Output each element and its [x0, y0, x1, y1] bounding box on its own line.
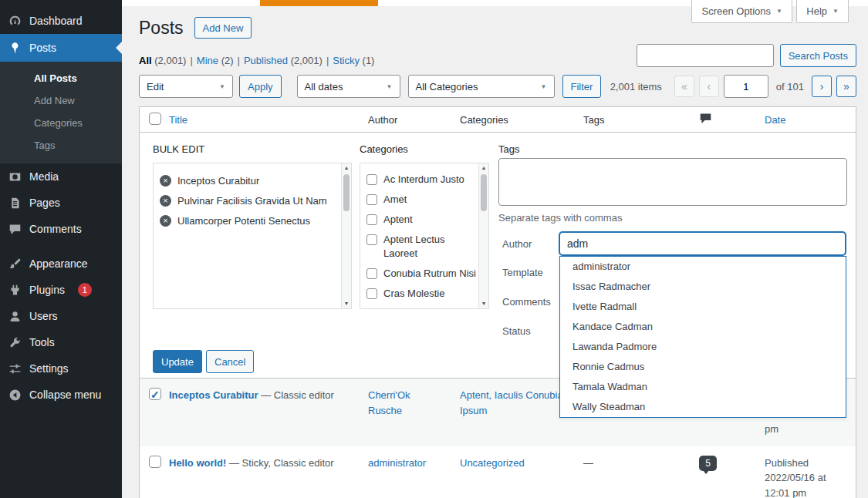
author-suggestion[interactable]: Ronnie Cadmus — [560, 357, 846, 377]
bulk-edit-legend: BULK EDIT — [153, 143, 204, 155]
check-icon: ✓ — [150, 387, 160, 403]
update-button[interactable]: Update — [153, 350, 202, 373]
bulk-categories-label: Categories — [360, 143, 408, 155]
sidebar-item-plugins[interactable]: Plugins 1 — [0, 277, 122, 303]
search-input[interactable] — [637, 44, 774, 67]
column-comments[interactable] — [699, 112, 761, 127]
category-checkbox[interactable] — [366, 288, 377, 299]
scrollbar-thumb[interactable] — [343, 174, 350, 211]
selected-post-item: × Ullamcorper Potenti Senectus — [154, 211, 340, 231]
scroll-down-icon[interactable]: ▼ — [479, 299, 488, 308]
column-title[interactable]: Title — [169, 114, 368, 126]
author-autocomplete-input[interactable] — [559, 232, 846, 255]
author-suggestion[interactable]: Lawanda Padmore — [560, 337, 846, 357]
scrollbar-thumb[interactable] — [481, 174, 487, 211]
comment-count-bubble[interactable]: 5 — [699, 456, 717, 471]
template-label: Template — [502, 267, 543, 278]
wrench-icon — [8, 335, 22, 349]
separator: | — [190, 55, 192, 66]
remove-post-icon[interactable]: × — [160, 195, 171, 207]
tags-hint: Separate tags with commas — [498, 212, 622, 224]
post-title-link[interactable]: Inceptos Curabitur — [169, 389, 258, 401]
tags-cell: — — [583, 456, 699, 471]
categories-link[interactable]: Aptent, Iaculis Conubia Ipsum — [460, 389, 563, 416]
column-tags: Tags — [583, 114, 699, 126]
author-suggestion[interactable]: Ivette Radmall — [560, 297, 846, 317]
admin-sidebar: Dashboard Posts All Posts Add New Catego… — [0, 0, 122, 498]
remove-post-icon[interactable]: × — [160, 175, 171, 187]
author-link[interactable]: Cherri'Ok Rusche — [368, 389, 410, 416]
scroll-up-icon[interactable]: ▲ — [342, 163, 351, 173]
view-all-link[interactable]: All (2,001) — [139, 55, 186, 66]
sidebar-item-users[interactable]: Users — [0, 303, 122, 329]
dates-filter-select[interactable]: All dates▼ — [297, 75, 400, 98]
category-checkbox[interactable] — [366, 214, 377, 225]
scrollbar[interactable]: ▲ ▼ — [341, 163, 351, 308]
scroll-up-icon[interactable]: ▲ — [479, 163, 488, 173]
selected-post-title: Ullamcorper Potenti Senectus — [177, 215, 310, 227]
author-link[interactable]: administrator — [368, 457, 426, 469]
submenu-tags[interactable]: Tags — [0, 134, 122, 156]
category-checkbox[interactable] — [366, 234, 377, 245]
row-checkbox[interactable]: ✓ — [149, 388, 161, 400]
column-date[interactable]: Date — [761, 114, 856, 126]
post-title-link[interactable]: Hello world! — [169, 457, 226, 469]
main-content: Screen Options ▼ Help ▼ Posts Add New Al… — [122, 0, 868, 498]
view-published-link[interactable]: Published (2,001) — [244, 55, 323, 66]
category-option: Amet — [360, 190, 478, 210]
bulk-action-select[interactable]: Edit▼ — [139, 75, 233, 98]
selected-post-title: Inceptos Curabitur — [177, 175, 259, 187]
sidebar-item-settings[interactable]: Settings — [0, 355, 122, 382]
sidebar-item-comments[interactable]: Comments — [0, 216, 122, 242]
category-checkbox[interactable] — [366, 194, 377, 205]
author-suggestion[interactable]: Issac Radmacher — [560, 277, 846, 297]
view-sticky-link[interactable]: Sticky (1) — [333, 55, 374, 66]
sidebar-item-pages[interactable]: Pages — [0, 190, 122, 216]
submenu-add-new[interactable]: Add New — [0, 89, 122, 112]
plugin-icon — [8, 283, 22, 297]
post-title-suffix: — Classic editor — [258, 389, 334, 401]
category-filter-select[interactable]: All Categories▼ — [408, 75, 555, 98]
sidebar-item-tools[interactable]: Tools — [0, 329, 122, 355]
tags-textarea[interactable] — [498, 158, 847, 206]
submenu-categories[interactable]: Categories — [0, 112, 122, 134]
current-page-input[interactable] — [724, 75, 768, 98]
select-all-checkbox[interactable] — [149, 113, 161, 125]
submenu-all-posts[interactable]: All Posts — [0, 67, 122, 89]
brush-icon — [8, 257, 22, 271]
column-author: Author — [368, 114, 460, 126]
sidebar-item-media[interactable]: Media — [0, 163, 122, 190]
category-label: Aptent Lectus Laoreet — [383, 233, 478, 261]
dashboard-icon — [8, 14, 22, 28]
filter-button[interactable]: Filter — [562, 75, 602, 98]
sidebar-item-label: Users — [29, 310, 58, 322]
search-posts-button[interactable]: Search Posts — [780, 44, 856, 67]
category-checkbox[interactable] — [366, 268, 377, 279]
add-new-button[interactable]: Add New — [194, 17, 252, 39]
last-page-button[interactable]: » — [836, 76, 856, 97]
sidebar-item-posts[interactable]: Posts — [0, 34, 122, 62]
categories-link[interactable]: Uncategorized — [460, 457, 525, 469]
sidebar-item-dashboard[interactable]: Dashboard — [0, 8, 122, 34]
author-suggestion[interactable]: administrator — [560, 257, 846, 277]
author-suggestion[interactable]: Kandace Cadman — [560, 317, 846, 337]
remove-post-icon[interactable]: × — [160, 215, 171, 227]
row-checkbox[interactable] — [149, 456, 161, 468]
sidebar-item-label: Collapse menu — [29, 389, 101, 401]
users-icon — [8, 309, 22, 323]
help-button[interactable]: Help ▼ — [796, 0, 849, 23]
author-suggestion[interactable]: Tamala Wadman — [560, 377, 846, 397]
apply-button[interactable]: Apply — [239, 75, 282, 98]
chevron-down-icon: ▼ — [833, 8, 839, 15]
cancel-button[interactable]: Cancel — [206, 350, 254, 373]
screen-options-label: Screen Options — [701, 5, 771, 17]
scrollbar[interactable]: ▲ ▼ — [478, 163, 488, 308]
sidebar-item-appearance[interactable]: Appearance — [0, 251, 122, 277]
sidebar-item-collapse-menu[interactable]: Collapse menu — [0, 382, 122, 408]
view-mine-link[interactable]: Mine (2) — [197, 55, 234, 66]
author-suggestion[interactable]: Wally Steadman — [560, 397, 846, 417]
screen-options-button[interactable]: Screen Options ▼ — [691, 0, 792, 23]
next-page-button[interactable]: › — [812, 76, 832, 97]
category-checkbox[interactable] — [366, 174, 377, 185]
scroll-down-icon[interactable]: ▼ — [342, 299, 351, 308]
